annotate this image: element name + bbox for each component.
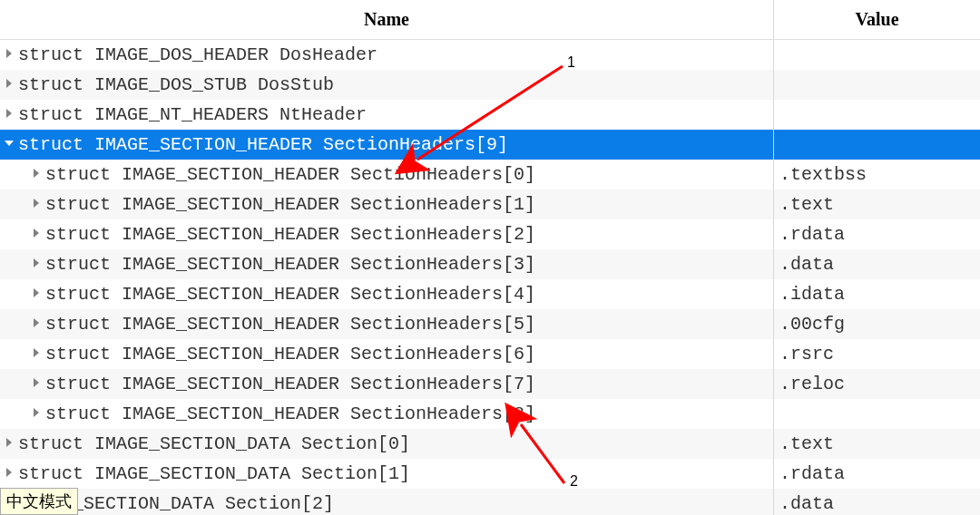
row-name-text: struct IMAGE_SECTION_HEADER SectionHeade… [45, 254, 535, 275]
tree-row[interactable]: struct IMAGE_SECTION_DATA Section[1].rda… [0, 459, 980, 489]
row-name-text: struct IMAGE_SECTION_HEADER SectionHeade… [45, 344, 535, 364]
row-value-text: .00cfg [774, 314, 980, 335]
row-name-text: struct IMAGE_SECTION_HEADER SectionHeade… [45, 374, 535, 394]
annotation-label-2: 2 [570, 473, 578, 490]
chevron-right-icon[interactable] [27, 377, 45, 392]
chevron-right-icon[interactable] [0, 467, 18, 481]
row-name-text: struct IMAGE_SECTION_DATA Section[0] [18, 433, 410, 454]
tree-row[interactable]: struct IMAGE_NT_HEADERS NtHeader [0, 100, 980, 130]
column-header-value[interactable]: Value [774, 0, 980, 39]
row-value-text: .textbss [774, 164, 980, 185]
tree-row[interactable]: struct IMAGE_DOS_HEADER DosHeader [0, 40, 980, 70]
row-name-text: struct IMAGE_SECTION_HEADER SectionHeade… [45, 403, 535, 424]
tree-row[interactable]: struct IMAGE_SECTION_HEADER SectionHeade… [0, 339, 980, 369]
column-header-name[interactable]: Name [0, 0, 774, 39]
annotation-label-1: 1 [567, 54, 575, 71]
chevron-right-icon[interactable] [27, 198, 45, 212]
tree-row[interactable]: struct IMAGE_SECTION_HEADER SectionHeade… [0, 219, 980, 249]
row-name-text: struct IMAGE_DOS_STUB DosStub [18, 74, 334, 95]
tree-row[interactable]: struct IMAGE_SECTION_HEADER SectionHeade… [0, 399, 980, 429]
chevron-right-icon[interactable] [27, 228, 45, 242]
tree-row[interactable]: struct IMAGE_SECTION_HEADER SectionHeade… [0, 160, 980, 189]
chevron-right-icon[interactable] [0, 437, 18, 452]
tree-row[interactable]: struct IMAGE_SECTION_DATA Section[0].tex… [0, 429, 980, 459]
row-name-text: struct IMAGE_SECTION_HEADER SectionHeade… [45, 284, 535, 305]
row-value-text: .data [774, 254, 980, 275]
row-name-text: struct IMAGE_SECTION_HEADER SectionHeade… [18, 134, 508, 155]
row-name-text: struct IMAGE_DOS_HEADER DosHeader [18, 44, 377, 65]
row-value-text: .data [774, 493, 980, 514]
chevron-right-icon[interactable] [0, 78, 18, 92]
chevron-down-icon[interactable] [0, 138, 18, 152]
ime-tooltip-text: 中文模式 [6, 492, 72, 510]
tree-body[interactable]: struct IMAGE_DOS_HEADER DosHeaderstruct … [0, 40, 980, 515]
tree-row[interactable]: struct IMAGE_SECTION_HEADER SectionHeade… [0, 279, 980, 309]
row-value-text: .text [774, 194, 980, 215]
row-name-text: struct IMAGE_SECTION_HEADER SectionHeade… [45, 224, 535, 245]
table-header: Name Value [0, 0, 980, 40]
chevron-right-icon[interactable] [0, 108, 18, 122]
row-value-text: .rdata [774, 224, 980, 245]
chevron-right-icon[interactable] [0, 48, 18, 63]
row-name-text: struct IMAGE_SECTION_HEADER SectionHeade… [45, 194, 535, 215]
row-value-text: .rdata [774, 463, 980, 484]
row-name-text: struct IMAGE_SECTION_HEADER SectionHeade… [45, 164, 535, 185]
row-name-text: struct IMAGE_NT_HEADERS NtHeader [18, 104, 367, 125]
tree-row[interactable]: struct IMAGE_SECTION_HEADER SectionHeade… [0, 249, 980, 279]
chevron-right-icon[interactable] [27, 258, 45, 272]
tree-row[interactable]: IMAGE_SECTION_DATA Section[2].data [0, 489, 980, 515]
row-value-text: .rsrc [774, 344, 980, 364]
ime-tooltip: 中文模式 [0, 488, 78, 515]
tree-row[interactable]: struct IMAGE_SECTION_HEADER SectionHeade… [0, 309, 980, 339]
tree-row[interactable]: struct IMAGE_SECTION_HEADER SectionHeade… [0, 130, 980, 160]
row-value-text: .text [774, 433, 980, 454]
chevron-right-icon[interactable] [27, 287, 45, 302]
tree-row[interactable]: struct IMAGE_SECTION_HEADER SectionHeade… [0, 369, 980, 399]
row-value-text: .reloc [774, 374, 980, 394]
row-name-text: struct IMAGE_SECTION_DATA Section[1] [18, 463, 410, 484]
row-value-text: .idata [774, 284, 980, 305]
tree-row[interactable]: struct IMAGE_DOS_STUB DosStub [0, 70, 980, 100]
chevron-right-icon[interactable] [27, 317, 45, 332]
tree-row[interactable]: struct IMAGE_SECTION_HEADER SectionHeade… [0, 189, 980, 219]
chevron-right-icon[interactable] [27, 407, 45, 422]
row-name-text: struct IMAGE_SECTION_HEADER SectionHeade… [45, 314, 535, 335]
chevron-right-icon[interactable] [27, 347, 45, 362]
chevron-right-icon[interactable] [27, 168, 45, 182]
